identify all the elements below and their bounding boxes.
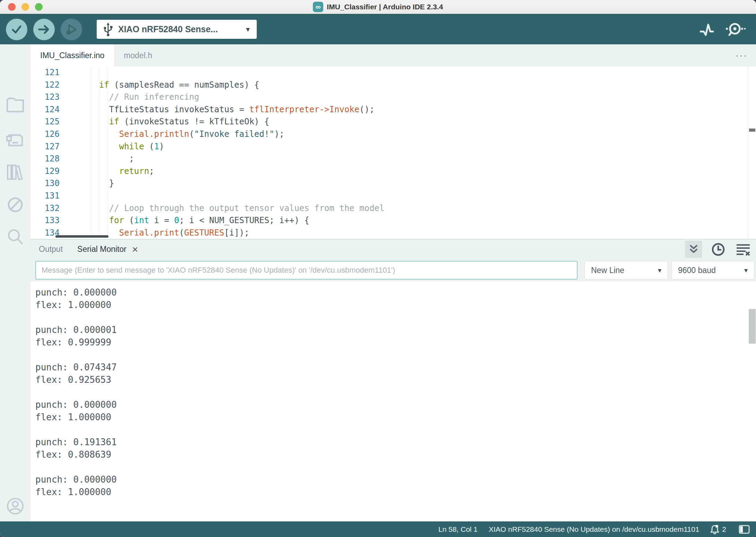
zoom-window-button[interactable] [35, 3, 43, 11]
debug-icon [65, 23, 78, 36]
debug-button[interactable] [61, 19, 82, 40]
code-line: if (invokeStatus != kTfLiteOk) { [89, 116, 746, 128]
chevron-down-icon: ▾ [246, 25, 250, 34]
sidebar-item-search[interactable] [6, 227, 25, 246]
code-line: while (1) [89, 141, 746, 153]
line-number: 134 [30, 227, 60, 239]
tab-overflow-menu-button[interactable]: ··· [736, 44, 756, 67]
sidebar-item-library-manager[interactable] [6, 163, 25, 182]
editor-vertical-scrollbar-thumb[interactable] [749, 129, 755, 132]
clear-output-button[interactable] [734, 241, 751, 258]
code-line: Serial.println("Invoke failed!"); [89, 128, 746, 141]
sidebar-item-sketchbook[interactable] [6, 96, 25, 114]
usb-icon [104, 23, 113, 36]
serial-plotter-icon [699, 22, 714, 37]
code-line: } [89, 177, 746, 190]
toggle-timestamp-button[interactable] [710, 241, 727, 258]
code-line: // Loop through the output tensor values… [89, 202, 746, 215]
line-number: 133 [30, 214, 60, 227]
line-number: 125 [30, 116, 60, 128]
code-editor[interactable]: 1211221231241251261271281291301311321331… [30, 67, 756, 239]
line-ending-dropdown[interactable]: New Line ▾ [584, 261, 668, 280]
tab-serial-monitor[interactable]: Serial Monitor [77, 245, 126, 254]
panel-toggle-icon [739, 525, 750, 534]
serial-monitor-button[interactable] [724, 22, 746, 37]
serial-output-text: punch: 0.000000 flex: 1.000000 punch: 0.… [35, 286, 117, 498]
chevron-down-icon: ▾ [744, 266, 748, 274]
sidebar-item-boards-manager[interactable] [6, 130, 25, 149]
notifications-button[interactable]: 2 [710, 525, 726, 534]
library-manager-icon [7, 164, 24, 180]
activity-sidebar [0, 44, 30, 521]
editor-tabbar: IMU_Classifier.ino model.h ··· [30, 44, 756, 67]
clear-output-icon [735, 243, 750, 256]
boards-manager-icon [6, 132, 24, 147]
titlebar: ∞ IMU_Classifier | Arduino IDE 2.3.4 [0, 0, 756, 14]
code-line: TfLiteStatus invokeStatus = tflInterpret… [89, 104, 746, 116]
board-selector-dropdown[interactable]: XIAO nRF52840 Sense... ▾ [97, 20, 257, 39]
debug-disabled-icon [7, 196, 24, 213]
baud-rate-value: 9600 baud [678, 266, 716, 275]
close-window-button[interactable] [8, 3, 16, 11]
sidebar-item-debug[interactable] [6, 195, 25, 214]
editor-horizontal-scrollbar-thumb[interactable] [55, 235, 108, 238]
serial-output-area[interactable]: punch: 0.000000 flex: 1.000000 punch: 0.… [30, 281, 756, 521]
code-line: ; [89, 153, 746, 165]
minimize-window-button[interactable] [21, 3, 29, 11]
code-line: return; [89, 165, 746, 178]
tab-model-h[interactable]: model.h [114, 44, 162, 67]
code-line: // Run inferencing [89, 91, 746, 104]
line-number: 132 [30, 202, 60, 215]
folder-icon [6, 97, 24, 113]
toolbar: XIAO nRF52840 Sense... ▾ [0, 14, 756, 44]
line-number: 126 [30, 128, 60, 141]
line-number: 121 [30, 67, 60, 79]
line-number-gutter: 1211221231241251261271281291301311321331… [30, 67, 60, 239]
search-icon [7, 228, 24, 245]
sidebar-item-account[interactable] [6, 497, 25, 516]
window-title: IMU_Classifier | Arduino IDE 2.3.4 [327, 3, 443, 11]
line-number: 127 [30, 141, 60, 153]
window-controls [8, 3, 43, 11]
line-number: 131 [30, 190, 60, 202]
editor-vertical-scrollbar-track [748, 67, 748, 239]
arduino-logo-icon: ∞ [313, 2, 323, 12]
collapse-panel-button[interactable] [685, 241, 702, 258]
status-bar: Ln 58, Col 1 XIAO nRF52840 Sense (No Upd… [0, 521, 756, 537]
code-line: if (samplesRead == numSamples) { [89, 79, 746, 91]
serial-input-row: New Line ▾ 9600 baud ▾ [30, 259, 756, 281]
line-number: 124 [30, 104, 60, 116]
chevron-down-icon: ▾ [658, 266, 661, 274]
bottom-panel-header: Output Serial Monitor × [30, 239, 756, 259]
connection-status: XIAO nRF52840 Sense (No Updates) on /dev… [489, 525, 700, 534]
code-line [89, 190, 746, 202]
board-selector-label: XIAO nRF52840 Sense... [118, 24, 218, 34]
code-line [89, 67, 746, 79]
cursor-position: Ln 58, Col 1 [438, 525, 477, 534]
line-number: 129 [30, 165, 60, 178]
tab-label: model.h [124, 51, 152, 60]
serial-message-input[interactable] [35, 261, 578, 280]
line-number: 123 [30, 91, 60, 104]
code-line: Serial.print(GESTURES[i]); [89, 227, 746, 239]
ellipsis-icon: ··· [736, 50, 748, 61]
arduino-ide-window: ∞ IMU_Classifier | Arduino IDE 2.3.4 XIA… [0, 0, 756, 537]
line-number: 128 [30, 153, 60, 165]
baud-rate-dropdown[interactable]: 9600 baud ▾ [671, 261, 754, 280]
code-content[interactable]: if (samplesRead == numSamples) { // Run … [89, 67, 746, 239]
upload-button[interactable] [33, 19, 55, 40]
chevron-double-down-icon [688, 244, 700, 255]
verify-button[interactable] [6, 19, 27, 40]
close-serial-monitor-button[interactable]: × [132, 244, 138, 255]
tab-output[interactable]: Output [39, 245, 63, 254]
serial-plotter-button[interactable] [699, 22, 714, 37]
upload-icon [38, 23, 50, 36]
tab-imu-classifier-ino[interactable]: IMU_Classifier.ino [30, 44, 114, 67]
clock-icon [711, 243, 725, 256]
code-line: for (int i = 0; i < NUM_GESTURES; i++) { [89, 214, 746, 227]
toggle-bottom-panel-button[interactable] [739, 525, 750, 534]
line-ending-value: New Line [591, 266, 624, 275]
bell-icon [710, 525, 719, 534]
serial-scrollbar-thumb[interactable] [749, 309, 756, 344]
notification-count: 2 [722, 525, 726, 534]
